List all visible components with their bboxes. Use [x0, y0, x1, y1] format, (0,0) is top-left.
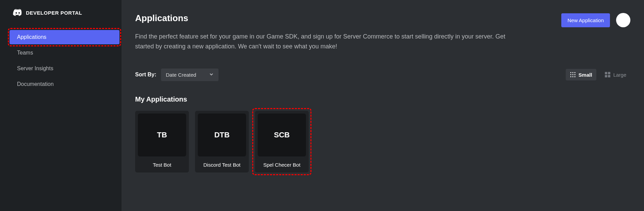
controls-row: Sort By: Date Created Small	[135, 69, 630, 81]
sidebar-item-server-insights[interactable]: Server Insights	[10, 61, 119, 76]
svg-point-6	[570, 76, 571, 77]
sort-select[interactable]: Date Created	[161, 69, 219, 81]
sidebar-item-label: Applications	[17, 34, 46, 40]
view-small-label: Small	[579, 72, 592, 78]
view-large-button[interactable]: Large	[600, 69, 630, 80]
app-tile: TB	[138, 114, 186, 156]
view-small-button[interactable]: Small	[566, 69, 596, 80]
app-tile: DTB	[198, 114, 246, 156]
sidebar-item-label: Documentation	[17, 81, 54, 87]
sort-value: Date Created	[166, 72, 196, 78]
app-initials: DTB	[214, 131, 229, 139]
svg-point-4	[572, 74, 573, 75]
app-name: Discord Test Bot	[198, 162, 246, 168]
new-application-button[interactable]: New Application	[561, 13, 610, 27]
sort-group: Sort By: Date Created	[135, 69, 219, 81]
svg-point-2	[574, 72, 575, 73]
grid-large-icon	[605, 72, 611, 78]
app-initials: SCB	[274, 131, 290, 139]
discord-icon	[13, 9, 22, 16]
svg-point-0	[570, 72, 571, 73]
brand: DEVELOPER PORTAL	[7, 9, 122, 16]
sidebar-item-label: Teams	[17, 50, 33, 56]
app-name: Test Bot	[138, 162, 186, 168]
app-card[interactable]: DTB Discord Test Bot	[195, 111, 249, 172]
svg-point-8	[574, 76, 575, 77]
svg-point-3	[570, 74, 571, 75]
avatar[interactable]	[616, 13, 630, 27]
sort-label: Sort By:	[135, 72, 156, 78]
section-title: My Applications	[135, 95, 630, 103]
page-description: Find the perfect feature set for your ga…	[135, 32, 523, 51]
app-initials: TB	[157, 131, 167, 139]
sidebar-item-label: Server Insights	[17, 65, 53, 71]
view-toggle: Small Large	[566, 69, 630, 80]
svg-rect-12	[608, 75, 610, 77]
sidebar-item-documentation[interactable]: Documentation	[10, 77, 119, 91]
sidebar-item-applications[interactable]: Applications	[10, 30, 119, 44]
app-tile: SCB	[258, 114, 306, 156]
page-title: Applications	[135, 13, 188, 24]
app-card[interactable]: SCB Spel Checer Bot	[255, 111, 309, 172]
brand-text: DEVELOPER PORTAL	[26, 10, 82, 16]
app-name: Spel Checer Bot	[258, 162, 306, 168]
svg-point-5	[574, 74, 575, 75]
svg-rect-11	[605, 75, 607, 77]
svg-rect-9	[605, 72, 607, 74]
sidebar-item-teams[interactable]: Teams	[10, 46, 119, 60]
svg-rect-10	[608, 72, 610, 74]
header-actions: New Application	[561, 13, 630, 27]
header-row: Applications New Application	[135, 13, 630, 32]
left-gutter	[0, 0, 7, 211]
chevron-down-icon	[209, 72, 214, 78]
app-card[interactable]: TB Test Bot	[135, 111, 189, 172]
grid-small-icon	[570, 72, 576, 78]
svg-point-7	[572, 76, 573, 77]
view-large-label: Large	[613, 72, 626, 78]
apps-grid: TB Test Bot DTB Discord Test Bot SCB Spe…	[135, 111, 630, 172]
svg-point-1	[572, 72, 573, 73]
main: Applications New Application Find the pe…	[122, 0, 644, 211]
sidebar: DEVELOPER PORTAL Applications Teams Serv…	[7, 0, 122, 211]
